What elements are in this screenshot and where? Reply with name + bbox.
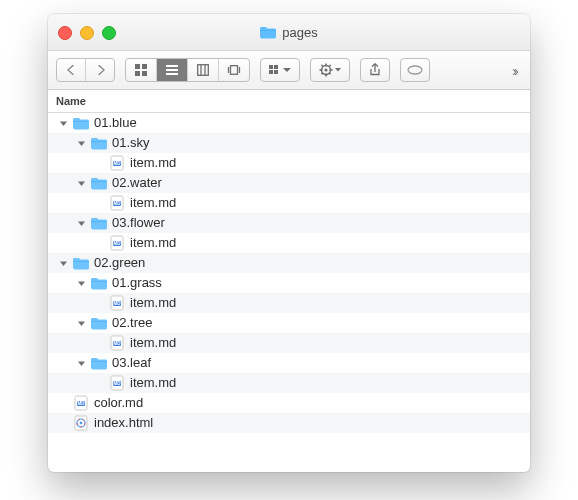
html-file-icon (73, 415, 89, 431)
disclosure-triangle-icon[interactable] (76, 138, 86, 148)
file-name[interactable]: color.md (94, 393, 143, 413)
folder-icon (260, 26, 276, 39)
svg-text:MD: MD (114, 341, 122, 346)
view-mode-buttons (125, 58, 250, 82)
tree-row[interactable]: 03.flower (48, 213, 530, 233)
tree-row[interactable]: MDitem.md (48, 373, 530, 393)
folder-icon (91, 315, 107, 331)
svg-rect-3 (142, 71, 147, 76)
zoom-window-button[interactable] (102, 26, 116, 40)
svg-rect-19 (325, 64, 327, 67)
column-view-button[interactable] (187, 59, 218, 81)
file-name[interactable]: 02.tree (112, 313, 152, 333)
svg-point-51 (80, 422, 83, 425)
disclosure-triangle-icon[interactable] (76, 178, 86, 188)
toolbar-overflow-button[interactable]: ›› (512, 62, 522, 79)
disclosure-triangle-icon[interactable] (76, 218, 86, 228)
svg-rect-5 (166, 69, 178, 71)
svg-rect-21 (320, 69, 323, 71)
back-button[interactable] (57, 59, 85, 81)
toolbar: ›› (48, 51, 530, 90)
file-name[interactable]: 03.flower (112, 213, 165, 233)
tree-row[interactable]: 03.leaf (48, 353, 530, 373)
disclosure-triangle-icon[interactable] (76, 358, 86, 368)
share-button[interactable] (360, 58, 390, 82)
nav-buttons (56, 58, 115, 82)
window-title-text: pages (282, 25, 317, 40)
file-name[interactable]: item.md (130, 373, 176, 393)
close-window-button[interactable] (58, 26, 72, 40)
titlebar[interactable]: pages (48, 14, 530, 51)
file-name[interactable]: 02.water (112, 173, 162, 193)
svg-text:MD: MD (78, 401, 86, 406)
file-name[interactable]: 03.leaf (112, 353, 151, 373)
list-view-button[interactable] (156, 59, 187, 81)
tree-row[interactable]: 02.tree (48, 313, 530, 333)
tree-row[interactable]: MDitem.md (48, 193, 530, 213)
markdown-file-icon: MD (109, 235, 125, 251)
file-name[interactable]: item.md (130, 193, 176, 213)
svg-rect-7 (198, 65, 209, 76)
svg-rect-14 (274, 65, 278, 69)
arrange-menu[interactable] (260, 58, 300, 82)
svg-text:MD: MD (114, 161, 122, 166)
disclosure-triangle-icon[interactable] (58, 118, 68, 128)
file-name[interactable]: 01.sky (112, 133, 150, 153)
minimize-window-button[interactable] (80, 26, 94, 40)
file-name[interactable]: 02.green (94, 253, 145, 273)
window-title: pages (260, 25, 317, 40)
disclosure-triangle-icon[interactable] (58, 258, 68, 268)
markdown-file-icon: MD (109, 195, 125, 211)
tree-row[interactable]: MDitem.md (48, 293, 530, 313)
tree-row[interactable]: 01.grass (48, 273, 530, 293)
svg-text:MD: MD (114, 201, 122, 206)
tree-row[interactable]: MDcolor.md (48, 393, 530, 413)
file-name[interactable]: 01.blue (94, 113, 137, 133)
tree-row[interactable]: MDitem.md (48, 153, 530, 173)
tree-row[interactable]: 02.green (48, 253, 530, 273)
action-menu[interactable] (310, 58, 350, 82)
markdown-file-icon: MD (109, 155, 125, 171)
folder-icon (73, 255, 89, 271)
file-name[interactable]: item.md (130, 293, 176, 313)
file-name[interactable]: index.html (94, 413, 153, 433)
tree-row[interactable]: 02.water (48, 173, 530, 193)
svg-text:MD: MD (114, 381, 122, 386)
tags-button[interactable] (400, 58, 430, 82)
tree-row[interactable]: 01.sky (48, 133, 530, 153)
folder-icon (91, 215, 107, 231)
file-name[interactable]: 01.grass (112, 273, 162, 293)
svg-rect-4 (166, 65, 178, 67)
svg-rect-20 (325, 74, 327, 77)
svg-point-27 (408, 66, 422, 74)
tree-row[interactable]: index.html (48, 413, 530, 433)
file-name[interactable]: item.md (130, 153, 176, 173)
svg-rect-16 (274, 70, 278, 74)
svg-text:MD: MD (114, 301, 122, 306)
svg-point-18 (324, 68, 327, 71)
finder-window: pages (48, 14, 530, 472)
folder-icon (91, 135, 107, 151)
column-header-row[interactable]: Name (48, 90, 530, 113)
folder-icon (91, 355, 107, 371)
tree-row[interactable]: MDitem.md (48, 233, 530, 253)
forward-button[interactable] (85, 59, 114, 81)
coverflow-view-button[interactable] (218, 59, 249, 81)
file-name[interactable]: item.md (130, 333, 176, 353)
svg-rect-10 (231, 66, 238, 75)
disclosure-triangle-icon[interactable] (76, 278, 86, 288)
folder-icon (73, 115, 89, 131)
svg-rect-13 (269, 65, 273, 69)
file-name[interactable]: item.md (130, 233, 176, 253)
svg-text:MD: MD (114, 241, 122, 246)
disclosure-triangle-icon[interactable] (76, 318, 86, 328)
tree-row[interactable]: 01.blue (48, 113, 530, 133)
folder-icon (91, 175, 107, 191)
svg-rect-2 (135, 71, 140, 76)
folder-icon (91, 275, 107, 291)
tree-row[interactable]: MDitem.md (48, 333, 530, 353)
column-header-name[interactable]: Name (56, 95, 86, 107)
svg-rect-1 (142, 64, 147, 69)
icon-view-button[interactable] (126, 59, 156, 81)
file-tree[interactable]: 01.blue01.skyMDitem.md02.waterMDitem.md0… (48, 113, 530, 433)
